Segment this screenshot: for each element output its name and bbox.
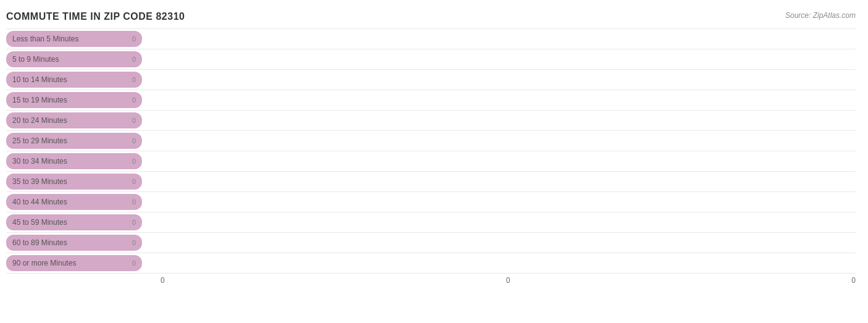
bar-label-container: 20 to 24 Minutes0 xyxy=(6,111,161,130)
bar-row: 30 to 34 Minutes0 xyxy=(6,151,856,172)
bar-pill: 25 to 29 Minutes0 xyxy=(6,133,142,149)
bar-pill-value: 0 xyxy=(132,117,136,124)
bar-pill-value: 0 xyxy=(132,96,136,104)
x-axis-label: 0 xyxy=(161,276,165,285)
bar-pill-value: 0 xyxy=(132,137,136,145)
chart-container: COMMUTE TIME IN ZIP CODE 82310 Source: Z… xyxy=(0,0,868,323)
bar-row: 10 to 14 Minutes0 xyxy=(6,70,856,90)
x-axis: 000 xyxy=(6,276,856,285)
bar-pill-value: 0 xyxy=(132,178,136,185)
bar-pill-label: 15 to 19 Minutes xyxy=(12,96,67,104)
bar-label-container: 5 to 9 Minutes0 xyxy=(6,49,161,69)
source-label: Source: ZipAtlas.com xyxy=(785,11,856,20)
bar-row: 15 to 19 Minutes0 xyxy=(6,90,856,111)
bar-pill-value: 0 xyxy=(132,259,136,267)
bar-pill-value: 0 xyxy=(132,35,136,43)
bar-pill-label: 30 to 34 Minutes xyxy=(12,157,67,166)
bar-pill: 30 to 34 Minutes0 xyxy=(6,153,142,169)
bar-pill-label: 45 to 59 Minutes xyxy=(12,218,67,227)
bar-label-container: 30 to 34 Minutes0 xyxy=(6,151,161,171)
bar-row: 60 to 89 Minutes0 xyxy=(6,233,856,253)
bar-pill: 90 or more Minutes0 xyxy=(6,255,142,271)
bar-pill-value: 0 xyxy=(132,198,136,206)
bar-row: 90 or more Minutes0 xyxy=(6,253,856,274)
bar-pill-label: 90 or more Minutes xyxy=(12,259,76,267)
bar-label-container: 45 to 59 Minutes0 xyxy=(6,212,161,232)
bar-row: Less than 5 Minutes0 xyxy=(6,28,856,49)
bar-pill-label: 10 to 14 Minutes xyxy=(12,75,67,84)
bar-pill-label: 35 to 39 Minutes xyxy=(12,177,67,186)
bar-pill: Less than 5 Minutes0 xyxy=(6,31,142,47)
bar-label-container: 15 to 19 Minutes0 xyxy=(6,90,161,110)
bar-pill-label: 40 to 44 Minutes xyxy=(12,198,67,206)
bar-label-container: 25 to 29 Minutes0 xyxy=(6,131,161,151)
bar-row: 5 to 9 Minutes0 xyxy=(6,49,856,70)
bar-pill-value: 0 xyxy=(132,219,136,226)
bar-pill-value: 0 xyxy=(132,239,136,246)
bar-pill: 20 to 24 Minutes0 xyxy=(6,112,142,128)
chart-title: COMMUTE TIME IN ZIP CODE 82310 xyxy=(6,11,856,22)
bar-pill: 15 to 19 Minutes0 xyxy=(6,92,142,108)
bar-label-container: 35 to 39 Minutes0 xyxy=(6,172,161,191)
bar-pill: 10 to 14 Minutes0 xyxy=(6,72,142,88)
bar-row: 25 to 29 Minutes0 xyxy=(6,131,856,151)
bar-label-container: 90 or more Minutes0 xyxy=(6,253,161,273)
bar-label-container: 10 to 14 Minutes0 xyxy=(6,70,161,90)
rows-wrapper: Less than 5 Minutes05 to 9 Minutes010 to… xyxy=(6,28,856,274)
bar-pill-value: 0 xyxy=(132,76,136,83)
bar-pill-value: 0 xyxy=(132,157,136,165)
x-axis-label: 0 xyxy=(851,276,856,285)
bar-pill-label: 5 to 9 Minutes xyxy=(12,55,59,64)
bar-pill-label: Less than 5 Minutes xyxy=(12,35,78,43)
bar-label-container: 60 to 89 Minutes0 xyxy=(6,233,161,253)
bar-row: 20 to 24 Minutes0 xyxy=(6,111,856,131)
x-axis-label: 0 xyxy=(506,276,511,285)
bar-pill: 45 to 59 Minutes0 xyxy=(6,214,142,230)
bar-pill: 60 to 89 Minutes0 xyxy=(6,235,142,251)
bar-label-container: 40 to 44 Minutes0 xyxy=(6,192,161,212)
bar-pill: 5 to 9 Minutes0 xyxy=(6,51,142,67)
bar-pill-label: 60 to 89 Minutes xyxy=(12,238,67,247)
bar-pill-value: 0 xyxy=(132,56,136,63)
bar-pill-label: 25 to 29 Minutes xyxy=(12,136,67,145)
bar-row: 40 to 44 Minutes0 xyxy=(6,192,856,212)
bar-label-container: Less than 5 Minutes0 xyxy=(6,29,161,49)
bar-pill-label: 20 to 24 Minutes xyxy=(12,116,67,125)
bar-pill: 35 to 39 Minutes0 xyxy=(6,174,142,190)
bar-pill: 40 to 44 Minutes0 xyxy=(6,194,142,210)
bar-row: 45 to 59 Minutes0 xyxy=(6,212,856,233)
bar-row: 35 to 39 Minutes0 xyxy=(6,172,856,192)
